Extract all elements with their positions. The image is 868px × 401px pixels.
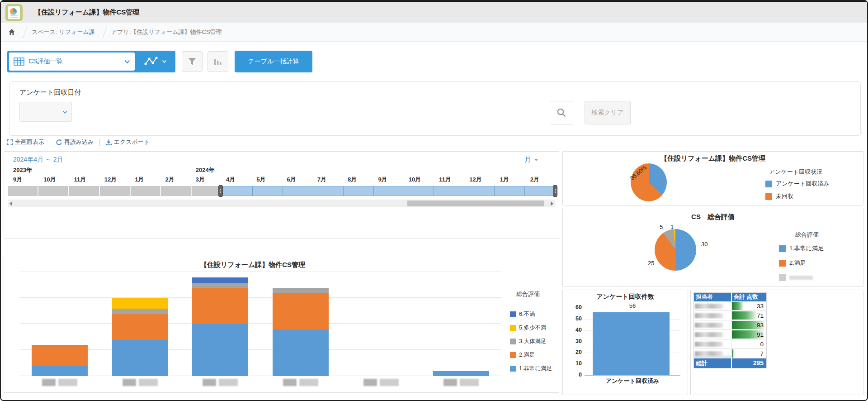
timeline-segment[interactable] bbox=[434, 186, 464, 196]
search-filter-panel: アンケート回収日付 検索クリア bbox=[9, 81, 861, 136]
table-row[interactable]: 7 bbox=[694, 349, 766, 358]
legend-item[interactable]: 1.非常に満足 bbox=[779, 244, 824, 253]
survey-count-panel: アンケート回収件数 0102030405060 56 アンケート回収済み bbox=[562, 290, 688, 395]
breadcrumb-space-link[interactable]: リフォーム課 bbox=[59, 28, 95, 36]
table-row[interactable]: 71 bbox=[694, 311, 766, 320]
stacked-bar[interactable] bbox=[32, 345, 88, 376]
view-selector[interactable]: CS評価一覧 bbox=[9, 53, 135, 71]
search-clear-button[interactable]: 検索クリア bbox=[585, 101, 631, 124]
doc-line-icon bbox=[10, 17, 18, 18]
app-icon[interactable] bbox=[5, 4, 23, 21]
stacked-bar[interactable] bbox=[112, 298, 168, 376]
timeline-scrollbar[interactable] bbox=[8, 200, 555, 207]
bar-segment[interactable] bbox=[192, 277, 248, 282]
timeline-segment[interactable] bbox=[283, 186, 313, 196]
survey-status-pie[interactable] bbox=[631, 163, 667, 201]
column-header-score[interactable]: 合計 点数 bbox=[732, 293, 765, 301]
timeline-segment[interactable] bbox=[344, 186, 374, 196]
timeline-segment[interactable] bbox=[69, 186, 100, 196]
chevron-down-icon bbox=[62, 110, 67, 114]
blur-block bbox=[460, 379, 479, 386]
bar-segment[interactable] bbox=[192, 324, 248, 376]
timeline-unit-selector[interactable]: 月 bbox=[524, 156, 538, 164]
bar-segment[interactable] bbox=[192, 288, 248, 324]
timeline-end-handle[interactable] bbox=[553, 185, 557, 197]
timeline-segment[interactable] bbox=[100, 186, 131, 196]
timeline-segment[interactable] bbox=[222, 186, 253, 196]
timeline-segment[interactable] bbox=[525, 186, 555, 196]
bar-segment[interactable] bbox=[273, 293, 329, 329]
count-bar[interactable] bbox=[593, 312, 670, 375]
legend-item[interactable]: 6.不満 bbox=[510, 307, 552, 321]
legend-item[interactable]: 3.大体満足 bbox=[510, 334, 552, 348]
reload-action[interactable]: 再読み込み bbox=[56, 138, 94, 146]
timeline-year-cell bbox=[434, 166, 464, 174]
column-header-staff[interactable]: 担当者 bbox=[694, 293, 732, 301]
legend-item[interactable]: 1.非常に満足 bbox=[510, 362, 552, 375]
table-row[interactable]: 0 bbox=[694, 339, 766, 349]
y-tick-label: 40 bbox=[568, 327, 582, 333]
export-action[interactable]: エクスポート bbox=[105, 138, 150, 146]
breadcrumb: スペース: リフォーム課 アプリ:【住設リフォーム課】物件CS管理 bbox=[1, 23, 867, 42]
bar-segment[interactable] bbox=[433, 371, 489, 376]
divider bbox=[50, 139, 50, 146]
score-cell: 7 bbox=[732, 349, 765, 358]
cs-rating-pie[interactable] bbox=[655, 229, 696, 271]
score-value: 71 bbox=[757, 311, 764, 320]
stacked-bar[interactable] bbox=[433, 371, 489, 376]
timeline-segment[interactable] bbox=[404, 186, 434, 196]
bar-segment[interactable] bbox=[273, 288, 329, 293]
bar-segment[interactable] bbox=[32, 366, 88, 376]
timeline-segment[interactable] bbox=[495, 186, 525, 196]
filter-button[interactable] bbox=[182, 51, 203, 72]
scrollbar-thumb[interactable] bbox=[407, 200, 544, 206]
bar-segment[interactable] bbox=[273, 329, 329, 376]
stacked-bar[interactable] bbox=[273, 288, 329, 376]
chart-view-button[interactable] bbox=[208, 51, 228, 72]
timeline-segment[interactable] bbox=[253, 186, 283, 196]
timeline-segment[interactable] bbox=[38, 186, 69, 196]
fullscreen-action[interactable]: 全画面表示 bbox=[6, 138, 44, 146]
legend-item[interactable]: 2.満足 bbox=[510, 348, 552, 362]
timeline-year-cell bbox=[38, 166, 68, 174]
stacked-bar-panel: 【住設リフォーム課】物件CS管理 総合評価 6.不満5.多少不満3.大体満足2.… bbox=[4, 256, 559, 393]
timeline-year-cell bbox=[525, 166, 555, 174]
table-batch-calc-button[interactable]: テーブル一括計算 bbox=[235, 51, 312, 72]
bar-segment[interactable] bbox=[112, 309, 168, 314]
bar-segment[interactable] bbox=[112, 340, 168, 376]
legend-item[interactable]: 5.多少不満 bbox=[510, 321, 552, 334]
timeline-segment[interactable] bbox=[464, 186, 495, 196]
breadcrumb-separator-icon bbox=[18, 26, 27, 38]
search-button[interactable] bbox=[550, 101, 573, 124]
bar-segment[interactable] bbox=[192, 283, 248, 288]
timeline-segment[interactable] bbox=[131, 186, 161, 196]
table-row[interactable]: 33 bbox=[694, 301, 766, 311]
timeline-start-handle[interactable] bbox=[218, 185, 223, 197]
stacked-bar-legend-items: 6.不満5.多少不満3.大体満足2.満足1.非常に満足 bbox=[510, 307, 552, 375]
bar-segment[interactable] bbox=[32, 345, 88, 366]
timeline-segment[interactable] bbox=[313, 186, 344, 196]
graph-selector[interactable] bbox=[135, 56, 175, 67]
timeline-segment[interactable] bbox=[161, 186, 192, 196]
timeline-months: 9月10月11月12月1月2月3月4月5月6月7月8月9月10月11月12月1月… bbox=[8, 176, 555, 184]
survey-date-select[interactable] bbox=[19, 102, 72, 122]
scroll-left-icon[interactable] bbox=[9, 201, 12, 206]
home-icon[interactable] bbox=[8, 29, 15, 35]
table-row[interactable]: 91 bbox=[694, 330, 766, 339]
x-axis-label-blurred bbox=[283, 379, 318, 386]
legend-item[interactable]: アンケート回収済み bbox=[765, 180, 830, 188]
timeline-segment[interactable] bbox=[8, 186, 38, 196]
blurred-name bbox=[695, 313, 723, 318]
bar-segment[interactable] bbox=[112, 314, 168, 340]
stacked-bar[interactable] bbox=[192, 277, 248, 376]
legend-item[interactable]: 2.満足 bbox=[779, 259, 806, 267]
timeline-year-cell bbox=[342, 166, 373, 174]
y-tick-label: 10 bbox=[568, 360, 582, 367]
scroll-right-icon[interactable] bbox=[551, 201, 553, 206]
bar-segment[interactable] bbox=[112, 298, 168, 309]
timeline-segment[interactable] bbox=[374, 186, 404, 196]
timeline-month-label: 5月 bbox=[251, 176, 281, 184]
table-row[interactable]: 93 bbox=[694, 320, 766, 330]
timeline-track[interactable] bbox=[8, 186, 555, 196]
legend-item[interactable]: 未回収 bbox=[765, 192, 793, 200]
